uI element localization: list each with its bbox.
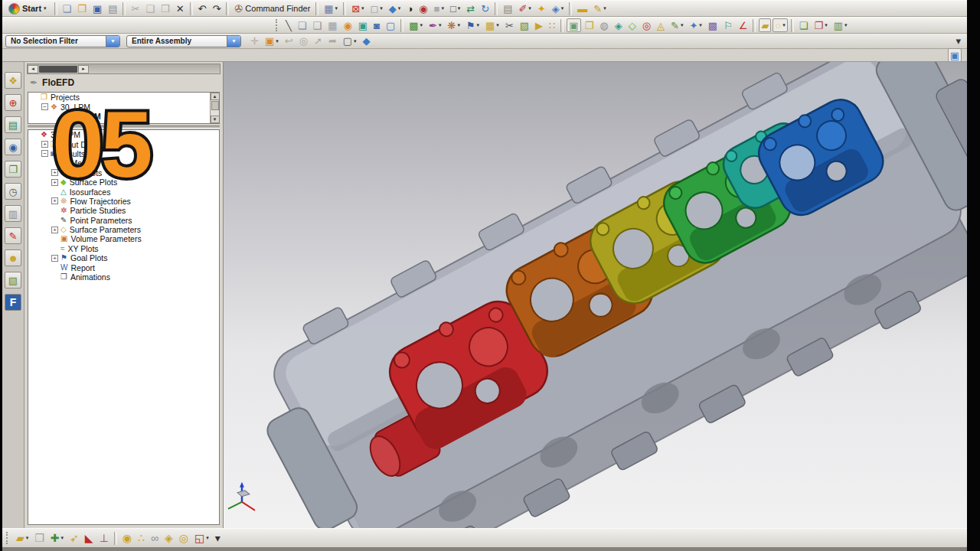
part-navigator-button[interactable]: ▤	[5, 116, 21, 133]
bottom-more-button[interactable]: ▾	[213, 531, 223, 545]
projects-tree-scrollbar[interactable]: ▲ ▼	[210, 93, 219, 123]
isosurface-tool-button[interactable]: ◎	[640, 18, 653, 32]
clip-region-button[interactable]: ✂	[503, 18, 516, 32]
expand-toggle[interactable]: −	[41, 103, 48, 110]
rotate-view-button[interactable]: ↻	[479, 2, 492, 15]
dropdown-arrow-icon[interactable]: ▾	[380, 5, 383, 11]
components-stack-button[interactable]: ❒	[32, 531, 47, 545]
graphics-viewport[interactable]	[224, 62, 967, 528]
copy-button[interactable]: ❑	[143, 2, 157, 15]
add-component-button[interactable]: ✚▾	[48, 531, 66, 545]
dropdown-arrow-icon[interactable]: ▾	[458, 5, 461, 11]
expand-toggle[interactable]: −	[41, 150, 48, 157]
interpart-select-button[interactable]: ◎	[297, 34, 310, 48]
dropdown-arrow-icon[interactable]: ▾	[61, 535, 64, 541]
engine-model[interactable]	[231, 62, 967, 528]
material-bag-button[interactable]: ◍	[597, 18, 610, 32]
chart-bars-button[interactable]: ▥▾	[831, 18, 850, 32]
tree-item-surface-parameters[interactable]: + ◇ Surface Parameters	[28, 225, 219, 234]
dropdown-arrow-icon[interactable]: ▾	[699, 22, 702, 28]
select-jump-button[interactable]: ➦	[326, 34, 339, 48]
scroll-thumb[interactable]	[211, 101, 219, 110]
flow-probe-button[interactable]: ✒▾	[426, 18, 443, 32]
run-solver-button[interactable]: ▶	[533, 18, 545, 32]
command-finder-button[interactable]: ✇Command Finder	[232, 2, 312, 15]
system-clock-button[interactable]: ◷	[5, 183, 21, 200]
redo-button[interactable]: ↷	[211, 2, 224, 15]
section-view-button[interactable]: ◉	[416, 2, 430, 15]
show-model-toggle-button[interactable]: ▰	[759, 18, 771, 32]
orient-view-button[interactable]: ◻▾	[368, 2, 385, 15]
dropdown-arrow-icon[interactable]: ▾	[477, 22, 480, 28]
move-component-button[interactable]: ➶	[67, 531, 81, 545]
surface-plot-tool-button[interactable]: ◇	[626, 18, 639, 32]
display-window-button[interactable]: ▣	[356, 18, 370, 32]
dropdown-arrow-icon[interactable]: ▾	[26, 535, 29, 541]
assembly-cube-button[interactable]: ▰▾	[14, 531, 31, 545]
window-layout-button[interactable]: ▦▾	[322, 2, 340, 15]
dropdown-arrow-icon[interactable]: ▾	[561, 5, 564, 11]
assembly-constraints-button[interactable]: ◣	[83, 531, 96, 545]
dropdown-arrow-icon[interactable]: ▾	[457, 22, 460, 28]
tree-item-volume-parameters[interactable]: ▣ Volume Parameters	[28, 234, 219, 243]
dropdown-arrow-icon[interactable]: ▾	[276, 38, 279, 44]
scroll-up-button[interactable]: ▲	[211, 93, 220, 100]
cut-button[interactable]: ✂	[129, 2, 142, 15]
tree-item-point-parameters[interactable]: ✎ Point Parameters	[28, 216, 219, 225]
expand-toggle[interactable]: +	[41, 141, 48, 148]
web-browser-button[interactable]: ◉	[5, 139, 21, 155]
delete-button[interactable]: ✕	[174, 2, 187, 15]
exploded-view-button[interactable]: ◱▾	[192, 531, 211, 545]
part-list-button[interactable]: ▤	[501, 2, 514, 15]
reset-layout-button[interactable]: ⊠▾	[349, 2, 366, 15]
goals-flag-button[interactable]: ⚑▾	[464, 18, 482, 32]
paste-button[interactable]: ❒	[158, 2, 172, 15]
constraint-navigator-button[interactable]: ⊕	[5, 94, 21, 111]
dropdown-arrow-icon[interactable]: ▾	[441, 5, 444, 11]
plot-preview-button[interactable]: ▧	[518, 18, 531, 32]
open-file-button[interactable]: ❐	[75, 2, 89, 15]
tree-item-animations[interactable]: ❒ Animations	[28, 272, 219, 282]
isometric-view-button[interactable]: ◆▾	[387, 2, 403, 15]
component-copy-button[interactable]: ❐	[583, 18, 596, 32]
sketch-tool-button[interactable]: ✐▾	[516, 2, 533, 15]
cut-plot-tool-button[interactable]: ◈	[612, 18, 625, 32]
parameter-diamond-button[interactable]: ✦▾	[687, 18, 704, 32]
component-swap-button[interactable]: ▣	[567, 18, 580, 32]
chain-link-button[interactable]: ∞	[149, 531, 161, 545]
toolbar-grip[interactable]	[6, 532, 10, 544]
fit-view-button[interactable]: ▣	[948, 48, 962, 62]
dropdown-arrow-icon[interactable]: ▾	[528, 5, 531, 11]
tree-item-goal-plots[interactable]: + ⚑ Goal Plots	[28, 253, 219, 262]
tree-item-particle-studies[interactable]: ✲ Particle Studies	[28, 206, 219, 215]
start-menu-button[interactable]: Start ▾	[5, 2, 51, 16]
image-layers-button[interactable]: ❐▾	[812, 18, 829, 32]
dropdown-arrow-icon[interactable]: ▾	[681, 22, 684, 28]
floefd-tab-button[interactable]: F	[5, 294, 21, 311]
toolbar-grip[interactable]	[276, 19, 279, 31]
image-export-button[interactable]: ▩▾	[407, 18, 425, 32]
roles-palette-button[interactable]: ✎	[5, 227, 21, 244]
select-parent-button[interactable]: ➚	[312, 34, 325, 48]
batch-run-grid-button[interactable]: ∷	[547, 18, 557, 32]
dropdown-arrow-icon[interactable]: ▾	[206, 535, 209, 541]
annotation-pen-button[interactable]: ✎▾	[591, 2, 608, 15]
new-file-button[interactable]: ❏	[60, 2, 74, 15]
attach-clip-button[interactable]: ◎	[177, 531, 191, 545]
dropdown-arrow-icon[interactable]: ▾	[335, 5, 338, 11]
dropdown-arrow-icon[interactable]: ▾	[603, 5, 606, 11]
scroll-down-button[interactable]: ▼	[211, 116, 220, 123]
new-simulation-doc-button[interactable]: ❏	[296, 18, 309, 32]
edit-object-display-button[interactable]: ▦	[325, 18, 339, 32]
goal-check-flag-button[interactable]: ⚐	[721, 18, 735, 32]
dropdown-arrow-icon[interactable]: ▾	[420, 22, 423, 28]
solid-body-select-button[interactable]: ◆	[361, 34, 373, 48]
dropdown-arrow-icon[interactable]: ▾	[496, 22, 499, 28]
undo-selection-button[interactable]: ↩	[283, 34, 296, 48]
roles-keys-button[interactable]: ✦	[535, 2, 548, 15]
dropdown-arrow-icon[interactable]: ▾	[825, 22, 828, 28]
history-palette-button[interactable]: ❐	[5, 161, 21, 178]
panel-scroll-left-button[interactable]: ◂	[28, 65, 38, 73]
dropdown-arrow-icon[interactable]: ▾	[354, 38, 357, 44]
undo-button[interactable]: ↶	[196, 2, 209, 15]
